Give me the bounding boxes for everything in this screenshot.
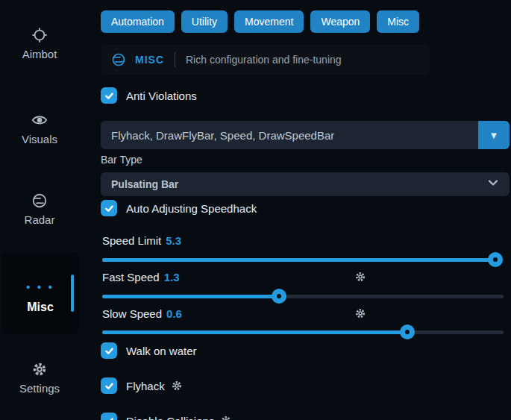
checkbox-label: Auto Adjusting Speedhack [126, 202, 257, 215]
checkbox-checked-icon[interactable] [101, 200, 117, 216]
divider [175, 52, 175, 67]
tab-misc[interactable]: Misc [377, 10, 419, 33]
bar-type-label: Bar Type [101, 154, 142, 166]
gear-icon [31, 361, 48, 377]
sidebar-item-label: Settings [19, 382, 60, 395]
bar-type-dropdown[interactable]: Pulsating Bar [101, 172, 510, 196]
globe-icon [111, 52, 126, 67]
dropdown-value: Pulsating Bar [111, 178, 178, 190]
fast-speed-slider[interactable] [102, 289, 504, 304]
tab-movement[interactable]: Movement [234, 10, 304, 33]
sidebar-item-aimbot[interactable]: Aimbot [0, 27, 79, 60]
globe-icon [31, 192, 48, 209]
checkbox-checked-icon[interactable] [101, 377, 117, 394]
slider-handle[interactable] [488, 252, 503, 267]
crosshair-icon [31, 27, 48, 43]
sidebar-item-label: Misc [1, 301, 79, 314]
gear-icon[interactable] [171, 380, 183, 392]
main-panel: Automation Utility Movement Weapon Misc … [101, 0, 511, 420]
slow-speed-value: 0.6 [166, 307, 182, 320]
tab-weapon[interactable]: Weapon [310, 10, 370, 33]
eye-icon [31, 112, 48, 128]
gear-icon[interactable] [220, 415, 232, 420]
checkbox-label: Walk on water [126, 345, 196, 357]
checkbox-label: Disable Collisions [126, 415, 232, 420]
checkbox-checked-icon[interactable] [101, 87, 117, 104]
gear-icon[interactable] [354, 307, 366, 319]
speed-limit-label: Speed Limit5.3 [102, 234, 181, 247]
tab-utility[interactable]: Utility [181, 10, 228, 33]
fast-speed-value: 1.3 [164, 271, 180, 283]
slider-fill [102, 330, 407, 334]
checkbox-label: Anti Violations [126, 90, 197, 102]
chevron-down-icon [487, 177, 499, 192]
slow-speed-slider[interactable] [102, 325, 504, 339]
multiselect-value[interactable]: Flyhack, DrawFlyBar, Speed, DrawSpeedBar [101, 121, 478, 149]
checkbox-disable-collisions[interactable]: Disable Collisions [101, 413, 232, 420]
cheat-menu-window: Aimbot Visuals Radar • • • Misc Settings [0, 0, 511, 420]
slider-fill [102, 295, 279, 298]
category-tabs: Automation Utility Movement Weapon Misc [101, 10, 419, 33]
checkbox-walk-on-water[interactable]: Walk on water [101, 342, 196, 359]
section-subtitle: Rich configuration and fine-tuning [186, 54, 342, 66]
fast-speed-label: Fast Speed1.3 [102, 271, 180, 283]
slider-handle[interactable] [400, 325, 415, 339]
speed-limit-slider[interactable] [102, 252, 504, 267]
checkbox-checked-icon[interactable] [101, 413, 117, 420]
sidebar-item-label: Visuals [22, 133, 57, 145]
sidebar-item-label: Aimbot [22, 48, 57, 60]
sidebar-item-radar[interactable]: Radar [0, 192, 79, 226]
triangle-down-icon: ▼ [489, 130, 499, 141]
checkbox-auto-adjusting-speedhack[interactable]: Auto Adjusting Speedhack [101, 200, 257, 216]
checkbox-flyhack[interactable]: Flyhack [101, 377, 183, 394]
sidebar: Aimbot Visuals Radar • • • Misc Settings [0, 0, 84, 420]
slow-speed-label: Slow Speed0.6 [102, 307, 182, 320]
sidebar-item-misc[interactable]: • • • Misc [1, 252, 79, 334]
dropdown-open-button[interactable]: ▼ [478, 121, 510, 149]
slider-handle[interactable] [272, 289, 286, 304]
sidebar-item-label: Radar [25, 213, 55, 226]
checkbox-checked-icon[interactable] [101, 342, 117, 359]
section-header: MISC Rich configuration and fine-tuning [101, 45, 429, 75]
active-indicator [71, 275, 74, 312]
section-title: MISC [135, 54, 164, 66]
checkbox-label: Flyhack [126, 380, 183, 392]
slider-fill [102, 258, 495, 262]
dots-icon: • • • [26, 281, 54, 293]
sidebar-item-settings[interactable]: Settings [0, 361, 79, 395]
tab-automation[interactable]: Automation [101, 10, 175, 33]
bar-multiselect: Flyhack, DrawFlyBar, Speed, DrawSpeedBar… [101, 121, 510, 149]
checkbox-anti-violations[interactable]: Anti Violations [101, 87, 197, 104]
speed-limit-value: 5.3 [166, 234, 181, 247]
gear-icon[interactable] [354, 271, 366, 283]
sidebar-item-visuals[interactable]: Visuals [0, 112, 79, 145]
